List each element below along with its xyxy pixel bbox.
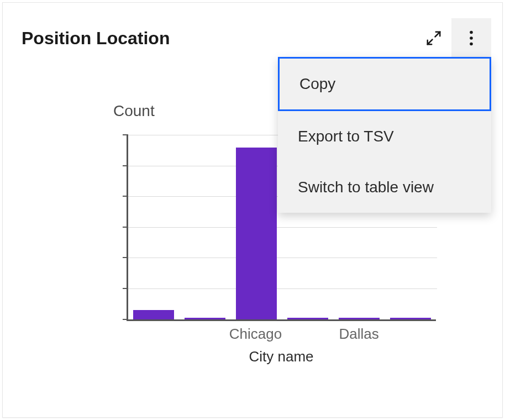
expand-button[interactable] [420,25,447,51]
svg-point-0 [470,31,473,34]
bar-slot [231,135,282,319]
menu-item-switch-table[interactable]: Switch to table view [278,162,491,213]
menu-item-copy[interactable]: Copy [278,57,491,111]
menu-item-export-tsv[interactable]: Export to TSV [278,111,491,162]
bar [236,148,277,319]
bar-slot [128,135,180,319]
x-axis-label: City name [127,348,436,365]
x-tick-label [178,326,229,343]
bar [287,318,328,319]
x-tick-label: Dallas [333,326,385,343]
card-header: Position Location [3,3,502,58]
x-tick-label [385,326,436,343]
bar-slot [180,135,231,319]
y-tick [123,257,128,258]
y-tick [123,319,128,320]
bar [133,310,174,319]
bar [185,318,225,319]
y-tick [123,165,128,166]
x-axis-labels: ChicagoDallas [127,326,436,343]
y-tick [123,227,128,228]
bar [339,318,380,319]
y-tick [123,196,128,197]
expand-icon [425,30,442,46]
svg-point-2 [470,43,473,46]
x-tick-label: Chicago [229,326,282,343]
header-actions [420,18,491,58]
kebab-icon [469,30,474,46]
card-title: Position Location [22,28,170,49]
y-tick [123,288,128,289]
bar [390,318,431,319]
y-tick [123,134,128,135]
options-menu: Copy Export to TSV Switch to table view [278,57,491,213]
svg-point-1 [470,36,473,40]
x-tick-label [282,326,333,343]
chart-card: Position Location Copy Export to T [2,2,503,418]
x-tick-label [127,326,178,343]
more-options-button[interactable] [451,18,491,58]
